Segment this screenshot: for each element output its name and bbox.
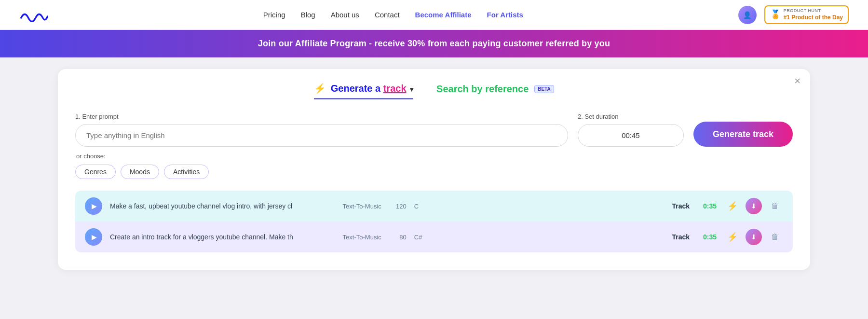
track-actions: ⚡ ⬇ 🗑 — [724, 198, 783, 214]
logo[interactable] — [19, 8, 48, 22]
main-content: × ⚡ Generate a track ▾ Search by referen… — [0, 57, 868, 281]
track-list: ▶ Make a fast, upbeat youtube channel vl… — [75, 191, 793, 252]
avatar[interactable]: 👤 — [738, 6, 757, 24]
nav-about[interactable]: About us — [331, 11, 359, 19]
nav-right: 👤 🏅 PRODUCT HUNT #1 Product of the Day — [738, 5, 849, 24]
play-icon: ▶ — [92, 202, 97, 210]
nav-affiliate[interactable]: Become Affiliate — [415, 11, 472, 19]
prompt-input[interactable] — [75, 124, 568, 147]
track-tag: Text-To-Music — [343, 203, 381, 210]
bolt-icon: ⚡ — [314, 83, 326, 94]
prompt-section: 1. Enter prompt — [75, 113, 568, 147]
close-button[interactable]: × — [794, 76, 800, 86]
tab-search[interactable]: Search by reference BETA — [436, 83, 554, 99]
generate-track-button[interactable]: Generate track — [693, 122, 793, 147]
or-choose-label: or choose: — [76, 153, 793, 160]
play-button[interactable]: ▶ — [85, 228, 102, 246]
prompt-label: 1. Enter prompt — [75, 113, 568, 120]
regenerate-button[interactable]: ⚡ — [724, 229, 741, 245]
play-button[interactable]: ▶ — [85, 197, 102, 215]
card: × ⚡ Generate a track ▾ Search by referen… — [58, 69, 810, 270]
chevron-down-icon: ▾ — [410, 85, 413, 93]
track-label: Track — [672, 202, 690, 210]
product-hunt-badge[interactable]: 🏅 PRODUCT HUNT #1 Product of the Day — [764, 5, 849, 24]
navbar: Pricing Blog About us Contact Become Aff… — [0, 0, 868, 30]
duration-section: 2. Set duration — [578, 113, 684, 147]
duration-label: 2. Set duration — [578, 113, 684, 120]
download-button[interactable]: ⬇ — [746, 229, 762, 245]
table-row: ▶ Make a fast, upbeat youtube channel vl… — [75, 191, 793, 222]
duration-input[interactable] — [578, 124, 684, 147]
tabs: ⚡ Generate a track ▾ Search by reference… — [75, 83, 793, 99]
track-label: Track — [672, 233, 690, 241]
nav-artists[interactable]: For Artists — [487, 11, 523, 19]
play-icon: ▶ — [92, 233, 97, 241]
beta-badge: BETA — [534, 85, 554, 93]
nav-links: Pricing Blog About us Contact Become Aff… — [263, 11, 523, 19]
ph-text: PRODUCT HUNT #1 Product of the Day — [784, 8, 843, 21]
medal-icon: 🏅 — [770, 9, 781, 20]
tab-generate[interactable]: ⚡ Generate a track ▾ — [314, 83, 413, 99]
regenerate-button[interactable]: ⚡ — [724, 198, 741, 214]
track-duration: 0:35 — [697, 202, 717, 210]
track-description: Create an intro track for a vloggers you… — [110, 233, 335, 241]
delete-button[interactable]: 🗑 — [767, 198, 783, 214]
delete-button[interactable]: 🗑 — [767, 229, 783, 245]
chip-activities[interactable]: Activities — [164, 165, 209, 179]
nav-pricing[interactable]: Pricing — [263, 11, 285, 19]
track-tag: Text-To-Music — [343, 234, 381, 241]
track-actions: ⚡ ⬇ 🗑 — [724, 229, 783, 245]
track-description: Make a fast, upbeat youtube channel vlog… — [110, 202, 335, 210]
nav-contact[interactable]: Contact — [375, 11, 400, 19]
track-bpm: 80 — [389, 234, 407, 241]
track-bpm: 120 — [389, 203, 407, 210]
chip-genres[interactable]: Genres — [75, 165, 116, 179]
chips-container: Genres Moods Activities — [75, 165, 793, 179]
input-row: 1. Enter prompt 2. Set duration Generate… — [75, 113, 793, 147]
table-row: ▶ Create an intro track for a vloggers y… — [75, 222, 793, 252]
track-key: C# — [414, 234, 432, 241]
nav-blog[interactable]: Blog — [301, 11, 315, 19]
affiliate-banner[interactable]: Join our Affiliate Program - receive 30%… — [0, 30, 868, 57]
track-duration: 0:35 — [697, 233, 717, 241]
track-key: C — [414, 203, 432, 210]
download-button[interactable]: ⬇ — [746, 198, 762, 214]
chip-moods[interactable]: Moods — [121, 165, 159, 179]
